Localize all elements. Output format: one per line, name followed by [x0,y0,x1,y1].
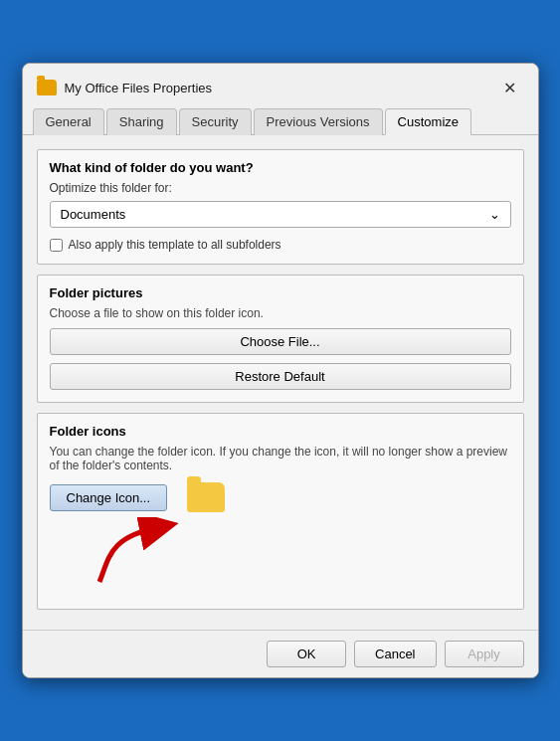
change-icon-button[interactable]: Change Icon... [50,484,168,511]
optimize-label: Optimize this folder for: [50,181,511,195]
arrow-annotation [50,517,511,597]
dropdown-value: Documents [61,207,126,222]
folder-icon-title [37,80,57,95]
folder-pictures-title: Folder pictures [50,285,511,300]
folder-pictures-desc: Choose a file to show on this folder ico… [50,306,511,320]
properties-dialog: My Office Files Properties ✕ General Sha… [22,63,539,678]
folder-kind-title: What kind of folder do you want? [50,160,511,175]
subfolder-checkbox-label: Also apply this template to all subfolde… [69,238,281,252]
tab-sharing[interactable]: Sharing [106,108,177,135]
ok-button[interactable]: OK [267,641,346,667]
folder-icons-section: Folder icons You can change the folder i… [37,413,524,610]
dialog-content: What kind of folder do you want? Optimiz… [23,135,538,630]
subfolder-checkbox[interactable] [50,239,63,252]
optimize-dropdown[interactable]: Documents ⌄ [50,201,511,228]
apply-button[interactable]: Apply [445,641,524,667]
dialog-footer: OK Cancel Apply [23,630,538,677]
folder-kind-section: What kind of folder do you want? Optimiz… [37,149,524,265]
folder-icons-desc: You can change the folder icon. If you c… [50,445,511,472]
tab-previous-versions[interactable]: Previous Versions [254,108,383,135]
icons-row: Change Icon... [50,482,511,512]
window-title: My Office Files Properties [65,81,213,95]
tab-customize[interactable]: Customize [385,108,471,135]
chevron-down-icon: ⌄ [489,207,500,222]
folder-icon-preview [187,482,225,512]
close-button[interactable]: ✕ [496,74,524,101]
choose-file-button[interactable]: Choose File... [50,328,511,355]
tabs-bar: General Sharing Security Previous Versio… [23,101,538,135]
title-bar-left: My Office Files Properties [37,80,213,95]
subfolder-checkbox-row: Also apply this template to all subfolde… [50,238,511,252]
folder-pictures-section: Folder pictures Choose a file to show on… [37,275,524,403]
cancel-button[interactable]: Cancel [354,641,436,667]
title-bar: My Office Files Properties ✕ [23,64,538,101]
tab-general[interactable]: General [33,108,104,135]
restore-default-button[interactable]: Restore Default [50,363,511,390]
folder-icons-title: Folder icons [50,424,511,439]
tab-security[interactable]: Security [179,108,252,135]
red-arrow-icon [80,517,199,587]
